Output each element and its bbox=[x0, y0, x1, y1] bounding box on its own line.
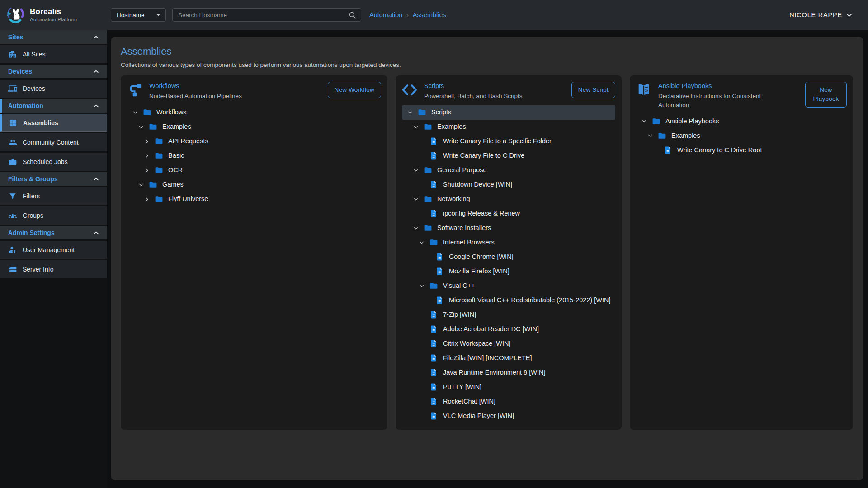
file-icon bbox=[664, 146, 672, 155]
tree-item-citrix-workspace-win[interactable]: Citrix Workspace [WIN] bbox=[402, 337, 615, 351]
tree-item-label: Ansible Playbooks bbox=[665, 117, 719, 126]
tree-item-java-runtime-environment-8-win[interactable]: Java Runtime Environment 8 [WIN] bbox=[402, 366, 615, 380]
chevron-down-icon[interactable] bbox=[137, 181, 145, 188]
tree-item-filezilla-win-incomplete[interactable]: FileZilla [WIN] [INCOMPLETE] bbox=[402, 351, 615, 366]
file-icon bbox=[429, 412, 438, 420]
sidebar-item-assemblies[interactable]: Assemblies bbox=[0, 114, 107, 132]
tree-item-7-zip-win[interactable]: 7-Zip [WIN] bbox=[402, 308, 615, 322]
tree-item-examples[interactable]: Examples bbox=[402, 120, 615, 134]
scripts-card: Scripts Powershell, Batch, and Bash Scri… bbox=[396, 75, 622, 430]
assemblies-panel: Assemblies Collections of various types … bbox=[111, 37, 863, 480]
sidebar-item-label: Devices bbox=[23, 85, 45, 92]
tree-item-visual-c[interactable]: Visual C++ bbox=[402, 279, 615, 293]
new-script-button[interactable]: New Script bbox=[571, 82, 615, 98]
new-workflow-button[interactable]: New Workflow bbox=[328, 82, 381, 98]
chevron-down-icon[interactable] bbox=[132, 109, 139, 116]
sidebar-section-automation[interactable]: Automation bbox=[0, 99, 107, 113]
sidebar-item-devices[interactable]: Devices bbox=[0, 80, 107, 98]
tree-item-basic[interactable]: Basic bbox=[127, 149, 381, 163]
chevron-right-icon[interactable] bbox=[143, 196, 151, 203]
sidebar-item-groups[interactable]: Groups bbox=[0, 206, 107, 225]
chevron-down-icon[interactable] bbox=[646, 132, 654, 139]
chevron-up-icon bbox=[92, 175, 100, 183]
workflows-card-subtitle: Node-Based Automation Pipelines bbox=[149, 92, 323, 101]
tree-item-putty-win[interactable]: PuTTY [WIN] bbox=[402, 380, 615, 394]
tree-item-adobe-acrobat-reader-dc-win[interactable]: Adobe Acrobat Reader DC [WIN] bbox=[402, 322, 615, 337]
sidebar-item-server-info[interactable]: Server Info bbox=[0, 260, 107, 278]
chevron-spacer bbox=[418, 340, 425, 347]
tree-item-vlc-media-player-win[interactable]: VLC Media Player [WIN] bbox=[402, 409, 615, 423]
sidebar-section-admin-settings[interactable]: Admin Settings bbox=[0, 226, 107, 239]
section-title: Admin Settings bbox=[8, 229, 55, 236]
tree-item-rocketchat-win[interactable]: RocketChat [WIN] bbox=[402, 394, 615, 409]
ansible-card-subtitle: Declarative Instructions for Consistent … bbox=[658, 92, 771, 109]
sidebar-item-user-management[interactable]: User Management bbox=[0, 241, 107, 259]
sidebar-item-all-sites[interactable]: All Sites bbox=[0, 45, 107, 63]
sidebar-section-devices[interactable]: Devices bbox=[0, 65, 107, 78]
sidebar-section-sites[interactable]: Sites bbox=[0, 30, 107, 44]
folder-icon bbox=[652, 117, 660, 126]
tree-item-api-requests[interactable]: API Requests bbox=[127, 134, 381, 149]
tree-item-label: Internet Browsers bbox=[443, 238, 495, 247]
chevron-down-icon[interactable] bbox=[641, 117, 648, 125]
tree-item-label: Mozilla Firefox [WIN] bbox=[449, 267, 509, 276]
tree-item-scripts[interactable]: Scripts bbox=[402, 105, 615, 120]
tree-item-networking[interactable]: Networking bbox=[402, 192, 615, 206]
user-menu[interactable]: NICOLE RAPPE bbox=[789, 11, 854, 19]
groups-icon bbox=[8, 211, 17, 220]
sidebar-item-filters[interactable]: Filters bbox=[0, 187, 107, 205]
chevron-down-icon[interactable] bbox=[412, 123, 420, 131]
tree-item-google-chrome-win[interactable]: Google Chrome [WIN] bbox=[402, 250, 615, 264]
chevron-right-icon[interactable] bbox=[143, 167, 151, 174]
tree-item-label: Networking bbox=[437, 194, 470, 203]
tree-item-write-canary-file-to-a-specific-folder[interactable]: Write Canary File to a Specific Folder bbox=[402, 134, 615, 149]
folder-icon bbox=[429, 238, 438, 247]
sidebar-item-scheduled-jobs[interactable]: Scheduled Jobs bbox=[0, 153, 107, 171]
tree-item-shutdown-device-win[interactable]: Shutdown Device [WIN] bbox=[402, 178, 615, 192]
sidebar-section-filters-groups[interactable]: Filters & Groups bbox=[0, 172, 107, 186]
tree-item-ipconfig-release-renew[interactable]: ipconfig Release & Renew bbox=[402, 206, 615, 221]
new-playbook-button[interactable]: New Playbook bbox=[805, 82, 847, 108]
tree-item-write-canary-to-c-drive-root[interactable]: Write Canary to C Drive Root bbox=[636, 143, 847, 157]
tree-item-microsoft-visual-c-redistributable-2015-2022-win[interactable]: Microsoft Visual C++ Redistributable (20… bbox=[402, 293, 615, 308]
tree-item-flyff-universe[interactable]: Flyff Universe bbox=[127, 192, 381, 206]
tree-item-workflows[interactable]: Workflows bbox=[127, 105, 381, 120]
chevron-down-icon[interactable] bbox=[412, 225, 420, 232]
file-icon bbox=[429, 397, 438, 406]
chevron-right-icon[interactable] bbox=[143, 152, 151, 160]
chevron-down-icon[interactable] bbox=[418, 239, 425, 246]
tree-item-examples[interactable]: Examples bbox=[636, 128, 847, 143]
chevron-spacer bbox=[424, 297, 431, 304]
tree-item-games[interactable]: Games bbox=[127, 178, 381, 192]
chevron-down-icon[interactable] bbox=[406, 109, 414, 116]
tree-item-ansible-playbooks[interactable]: Ansible Playbooks bbox=[636, 114, 847, 128]
workflows-card: Workflows Node-Based Automation Pipeline… bbox=[121, 75, 387, 430]
breadcrumb-automation[interactable]: Automation bbox=[369, 11, 402, 19]
search-input[interactable] bbox=[178, 12, 348, 19]
section-title: Automation bbox=[8, 102, 43, 109]
sidebar-item-label: Community Content bbox=[23, 139, 79, 146]
search-box[interactable] bbox=[172, 8, 361, 22]
tree-item-ocr[interactable]: OCR bbox=[127, 163, 381, 178]
tree-item-label: Scripts bbox=[431, 108, 451, 117]
chevron-spacer bbox=[418, 413, 425, 420]
chevron-down-icon[interactable] bbox=[412, 167, 420, 174]
page-subtitle: Collections of various types of componen… bbox=[121, 61, 854, 68]
scripts-card-header: Scripts Powershell, Batch, and Bash Scri… bbox=[402, 82, 615, 101]
chevron-down-icon[interactable] bbox=[418, 282, 425, 290]
chevron-spacer bbox=[418, 138, 425, 145]
tree-item-mozilla-firefox-win[interactable]: Mozilla Firefox [WIN] bbox=[402, 264, 615, 279]
chevron-right-icon[interactable] bbox=[143, 138, 151, 145]
tree-item-examples[interactable]: Examples bbox=[127, 120, 381, 134]
tree-item-internet-browsers[interactable]: Internet Browsers bbox=[402, 235, 615, 250]
tree-item-label: Write Canary File to a Specific Folder bbox=[443, 136, 552, 145]
chevron-down-icon[interactable] bbox=[412, 196, 420, 203]
tree-item-software-installers[interactable]: Software Installers bbox=[402, 221, 615, 235]
chevron-down-icon[interactable] bbox=[137, 123, 145, 131]
sidebar-item-community-content[interactable]: Community Content bbox=[0, 133, 107, 151]
hostname-select[interactable]: Hostname bbox=[111, 8, 166, 22]
section-title: Devices bbox=[8, 68, 32, 75]
tree-item-write-canary-file-to-c-drive[interactable]: Write Canary File to C Drive bbox=[402, 149, 615, 163]
breadcrumb-assemblies[interactable]: Assemblies bbox=[413, 11, 446, 19]
tree-item-general-purpose[interactable]: General Purpose bbox=[402, 163, 615, 178]
